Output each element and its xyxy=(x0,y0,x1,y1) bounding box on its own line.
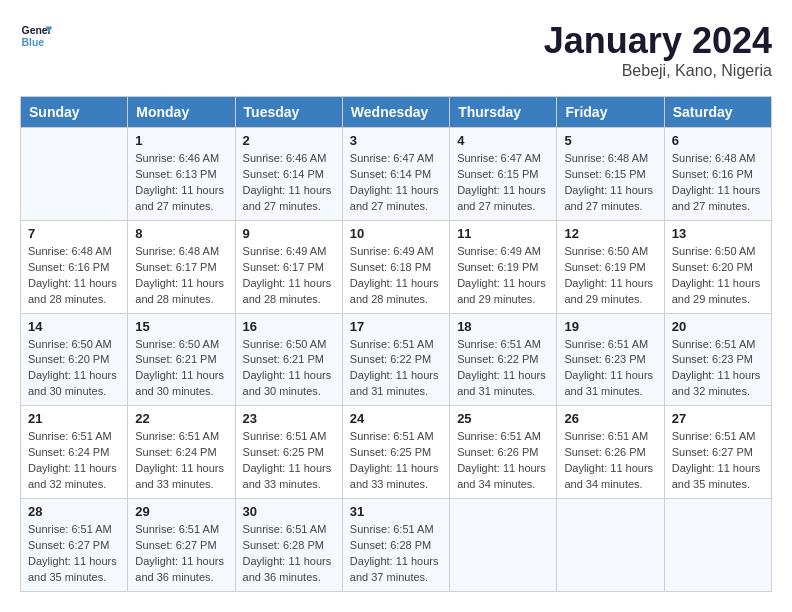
day-info: Sunrise: 6:50 AM Sunset: 6:19 PM Dayligh… xyxy=(564,244,656,308)
day-number: 27 xyxy=(672,411,764,426)
day-number: 25 xyxy=(457,411,549,426)
day-number: 17 xyxy=(350,319,442,334)
calendar-cell: 15Sunrise: 6:50 AM Sunset: 6:21 PM Dayli… xyxy=(128,313,235,406)
title-block: January 2024 Bebeji, Kano, Nigeria xyxy=(544,20,772,80)
day-info: Sunrise: 6:46 AM Sunset: 6:13 PM Dayligh… xyxy=(135,151,227,215)
calendar-cell xyxy=(450,499,557,592)
day-info: Sunrise: 6:49 AM Sunset: 6:17 PM Dayligh… xyxy=(243,244,335,308)
calendar-cell: 8Sunrise: 6:48 AM Sunset: 6:17 PM Daylig… xyxy=(128,220,235,313)
day-info: Sunrise: 6:49 AM Sunset: 6:19 PM Dayligh… xyxy=(457,244,549,308)
calendar-cell: 21Sunrise: 6:51 AM Sunset: 6:24 PM Dayli… xyxy=(21,406,128,499)
calendar-cell xyxy=(21,128,128,221)
day-number: 26 xyxy=(564,411,656,426)
day-number: 8 xyxy=(135,226,227,241)
day-info: Sunrise: 6:50 AM Sunset: 6:21 PM Dayligh… xyxy=(135,337,227,401)
day-info: Sunrise: 6:46 AM Sunset: 6:14 PM Dayligh… xyxy=(243,151,335,215)
calendar-cell: 1Sunrise: 6:46 AM Sunset: 6:13 PM Daylig… xyxy=(128,128,235,221)
day-info: Sunrise: 6:48 AM Sunset: 6:16 PM Dayligh… xyxy=(28,244,120,308)
day-info: Sunrise: 6:49 AM Sunset: 6:18 PM Dayligh… xyxy=(350,244,442,308)
day-number: 16 xyxy=(243,319,335,334)
day-number: 21 xyxy=(28,411,120,426)
day-number: 15 xyxy=(135,319,227,334)
day-info: Sunrise: 6:51 AM Sunset: 6:27 PM Dayligh… xyxy=(28,522,120,586)
day-info: Sunrise: 6:51 AM Sunset: 6:23 PM Dayligh… xyxy=(672,337,764,401)
calendar-cell: 31Sunrise: 6:51 AM Sunset: 6:28 PM Dayli… xyxy=(342,499,449,592)
calendar-week-row: 21Sunrise: 6:51 AM Sunset: 6:24 PM Dayli… xyxy=(21,406,772,499)
day-number: 9 xyxy=(243,226,335,241)
calendar-cell: 22Sunrise: 6:51 AM Sunset: 6:24 PM Dayli… xyxy=(128,406,235,499)
day-number: 3 xyxy=(350,133,442,148)
day-number: 1 xyxy=(135,133,227,148)
calendar-cell: 5Sunrise: 6:48 AM Sunset: 6:15 PM Daylig… xyxy=(557,128,664,221)
calendar-cell: 17Sunrise: 6:51 AM Sunset: 6:22 PM Dayli… xyxy=(342,313,449,406)
calendar-cell: 14Sunrise: 6:50 AM Sunset: 6:20 PM Dayli… xyxy=(21,313,128,406)
calendar-cell: 18Sunrise: 6:51 AM Sunset: 6:22 PM Dayli… xyxy=(450,313,557,406)
weekday-header: Wednesday xyxy=(342,97,449,128)
day-number: 23 xyxy=(243,411,335,426)
day-number: 14 xyxy=(28,319,120,334)
calendar-cell: 7Sunrise: 6:48 AM Sunset: 6:16 PM Daylig… xyxy=(21,220,128,313)
day-number: 19 xyxy=(564,319,656,334)
calendar-table: SundayMondayTuesdayWednesdayThursdayFrid… xyxy=(20,96,772,592)
calendar-cell xyxy=(664,499,771,592)
logo-icon: General Blue xyxy=(20,20,52,52)
day-info: Sunrise: 6:50 AM Sunset: 6:20 PM Dayligh… xyxy=(672,244,764,308)
day-number: 22 xyxy=(135,411,227,426)
day-number: 5 xyxy=(564,133,656,148)
day-info: Sunrise: 6:47 AM Sunset: 6:14 PM Dayligh… xyxy=(350,151,442,215)
day-number: 13 xyxy=(672,226,764,241)
day-info: Sunrise: 6:51 AM Sunset: 6:26 PM Dayligh… xyxy=(457,429,549,493)
logo: General Blue xyxy=(20,20,56,52)
day-number: 31 xyxy=(350,504,442,519)
calendar-cell: 2Sunrise: 6:46 AM Sunset: 6:14 PM Daylig… xyxy=(235,128,342,221)
weekday-header: Saturday xyxy=(664,97,771,128)
location: Bebeji, Kano, Nigeria xyxy=(544,62,772,80)
weekday-header: Monday xyxy=(128,97,235,128)
day-info: Sunrise: 6:48 AM Sunset: 6:15 PM Dayligh… xyxy=(564,151,656,215)
calendar-cell: 24Sunrise: 6:51 AM Sunset: 6:25 PM Dayli… xyxy=(342,406,449,499)
calendar-cell: 16Sunrise: 6:50 AM Sunset: 6:21 PM Dayli… xyxy=(235,313,342,406)
day-info: Sunrise: 6:51 AM Sunset: 6:23 PM Dayligh… xyxy=(564,337,656,401)
day-info: Sunrise: 6:48 AM Sunset: 6:17 PM Dayligh… xyxy=(135,244,227,308)
calendar-cell: 13Sunrise: 6:50 AM Sunset: 6:20 PM Dayli… xyxy=(664,220,771,313)
day-info: Sunrise: 6:51 AM Sunset: 6:24 PM Dayligh… xyxy=(28,429,120,493)
day-info: Sunrise: 6:50 AM Sunset: 6:21 PM Dayligh… xyxy=(243,337,335,401)
day-number: 12 xyxy=(564,226,656,241)
day-info: Sunrise: 6:51 AM Sunset: 6:26 PM Dayligh… xyxy=(564,429,656,493)
day-info: Sunrise: 6:51 AM Sunset: 6:22 PM Dayligh… xyxy=(350,337,442,401)
calendar-cell: 12Sunrise: 6:50 AM Sunset: 6:19 PM Dayli… xyxy=(557,220,664,313)
day-info: Sunrise: 6:51 AM Sunset: 6:22 PM Dayligh… xyxy=(457,337,549,401)
calendar-cell: 3Sunrise: 6:47 AM Sunset: 6:14 PM Daylig… xyxy=(342,128,449,221)
day-info: Sunrise: 6:51 AM Sunset: 6:24 PM Dayligh… xyxy=(135,429,227,493)
calendar-cell: 11Sunrise: 6:49 AM Sunset: 6:19 PM Dayli… xyxy=(450,220,557,313)
day-info: Sunrise: 6:51 AM Sunset: 6:28 PM Dayligh… xyxy=(243,522,335,586)
weekday-header: Thursday xyxy=(450,97,557,128)
calendar-cell: 27Sunrise: 6:51 AM Sunset: 6:27 PM Dayli… xyxy=(664,406,771,499)
calendar-week-row: 1Sunrise: 6:46 AM Sunset: 6:13 PM Daylig… xyxy=(21,128,772,221)
calendar-week-row: 7Sunrise: 6:48 AM Sunset: 6:16 PM Daylig… xyxy=(21,220,772,313)
calendar-cell: 30Sunrise: 6:51 AM Sunset: 6:28 PM Dayli… xyxy=(235,499,342,592)
day-info: Sunrise: 6:51 AM Sunset: 6:28 PM Dayligh… xyxy=(350,522,442,586)
calendar-cell: 20Sunrise: 6:51 AM Sunset: 6:23 PM Dayli… xyxy=(664,313,771,406)
day-number: 20 xyxy=(672,319,764,334)
calendar-cell: 26Sunrise: 6:51 AM Sunset: 6:26 PM Dayli… xyxy=(557,406,664,499)
day-info: Sunrise: 6:51 AM Sunset: 6:27 PM Dayligh… xyxy=(135,522,227,586)
calendar-cell: 29Sunrise: 6:51 AM Sunset: 6:27 PM Dayli… xyxy=(128,499,235,592)
day-number: 4 xyxy=(457,133,549,148)
calendar-cell: 23Sunrise: 6:51 AM Sunset: 6:25 PM Dayli… xyxy=(235,406,342,499)
calendar-week-row: 14Sunrise: 6:50 AM Sunset: 6:20 PM Dayli… xyxy=(21,313,772,406)
calendar-cell: 25Sunrise: 6:51 AM Sunset: 6:26 PM Dayli… xyxy=(450,406,557,499)
svg-text:Blue: Blue xyxy=(22,37,45,48)
calendar-week-row: 28Sunrise: 6:51 AM Sunset: 6:27 PM Dayli… xyxy=(21,499,772,592)
day-number: 18 xyxy=(457,319,549,334)
calendar-header-row: SundayMondayTuesdayWednesdayThursdayFrid… xyxy=(21,97,772,128)
calendar-cell: 28Sunrise: 6:51 AM Sunset: 6:27 PM Dayli… xyxy=(21,499,128,592)
day-number: 2 xyxy=(243,133,335,148)
day-number: 29 xyxy=(135,504,227,519)
day-info: Sunrise: 6:47 AM Sunset: 6:15 PM Dayligh… xyxy=(457,151,549,215)
calendar-cell: 10Sunrise: 6:49 AM Sunset: 6:18 PM Dayli… xyxy=(342,220,449,313)
calendar-cell: 19Sunrise: 6:51 AM Sunset: 6:23 PM Dayli… xyxy=(557,313,664,406)
calendar-cell: 9Sunrise: 6:49 AM Sunset: 6:17 PM Daylig… xyxy=(235,220,342,313)
weekday-header: Tuesday xyxy=(235,97,342,128)
weekday-header: Sunday xyxy=(21,97,128,128)
